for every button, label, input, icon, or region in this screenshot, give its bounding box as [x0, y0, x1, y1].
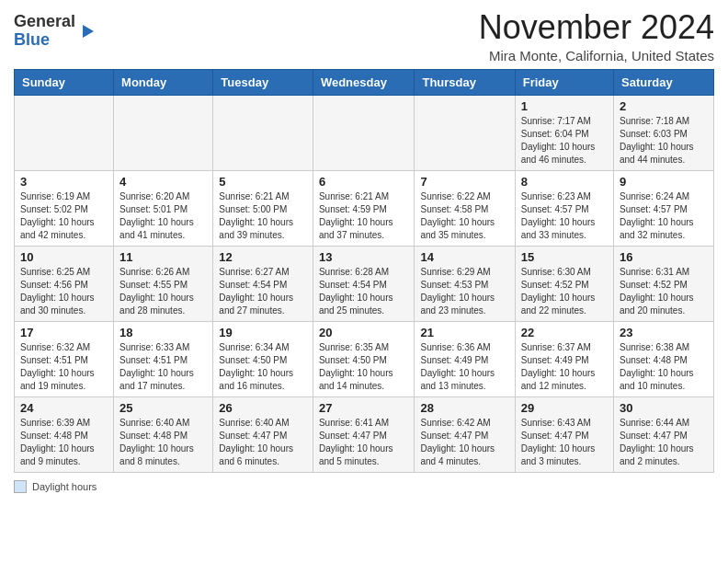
calendar-day-header: Tuesday: [213, 69, 313, 95]
calendar-week-row: 10Sunrise: 6:25 AM Sunset: 4:56 PM Dayli…: [15, 246, 714, 321]
day-info: Sunrise: 6:30 AM Sunset: 4:52 PM Dayligh…: [521, 266, 608, 317]
location: Mira Monte, California, United States: [479, 48, 714, 63]
day-number: 5: [219, 175, 307, 189]
calendar-cell: 16Sunrise: 6:31 AM Sunset: 4:52 PM Dayli…: [614, 246, 714, 321]
day-number: 15: [521, 250, 608, 264]
calendar-cell: 29Sunrise: 6:43 AM Sunset: 4:47 PM Dayli…: [515, 396, 613, 472]
calendar-cell: 20Sunrise: 6:35 AM Sunset: 4:50 PM Dayli…: [313, 321, 415, 396]
day-number: 11: [119, 250, 207, 264]
day-info: Sunrise: 6:43 AM Sunset: 4:47 PM Dayligh…: [521, 417, 608, 468]
day-info: Sunrise: 6:27 AM Sunset: 4:54 PM Dayligh…: [219, 266, 307, 317]
day-info: Sunrise: 7:17 AM Sunset: 6:04 PM Dayligh…: [521, 115, 608, 167]
day-info: Sunrise: 6:22 AM Sunset: 4:58 PM Dayligh…: [420, 190, 508, 242]
day-info: Sunrise: 6:21 AM Sunset: 4:59 PM Dayligh…: [319, 190, 409, 242]
calendar-cell: 5Sunrise: 6:21 AM Sunset: 5:00 PM Daylig…: [213, 170, 313, 246]
calendar-week-row: 17Sunrise: 6:32 AM Sunset: 4:51 PM Dayli…: [15, 321, 714, 396]
day-number: 20: [319, 326, 409, 339]
logo-icon: [77, 21, 97, 41]
calendar-cell: 24Sunrise: 6:39 AM Sunset: 4:48 PM Dayli…: [15, 396, 114, 472]
day-number: 26: [219, 401, 307, 415]
day-info: Sunrise: 6:44 AM Sunset: 4:47 PM Dayligh…: [620, 417, 708, 468]
calendar-day-header: Friday: [515, 69, 613, 95]
calendar-cell: 14Sunrise: 6:29 AM Sunset: 4:53 PM Dayli…: [415, 246, 515, 321]
calendar-cell: 28Sunrise: 6:42 AM Sunset: 4:47 PM Dayli…: [415, 396, 515, 472]
day-info: Sunrise: 6:24 AM Sunset: 4:57 PM Dayligh…: [620, 190, 708, 242]
calendar-cell: 22Sunrise: 6:37 AM Sunset: 4:49 PM Dayli…: [515, 321, 613, 396]
calendar-cell: 12Sunrise: 6:27 AM Sunset: 4:54 PM Dayli…: [213, 246, 313, 321]
day-info: Sunrise: 6:38 AM Sunset: 4:48 PM Dayligh…: [620, 341, 708, 393]
calendar-cell: [213, 95, 313, 170]
day-number: 18: [119, 326, 207, 339]
calendar-cell: 7Sunrise: 6:22 AM Sunset: 4:58 PM Daylig…: [415, 170, 515, 246]
month-title: November 2024: [479, 9, 714, 46]
calendar-cell: [114, 95, 213, 170]
calendar-cell: 19Sunrise: 6:34 AM Sunset: 4:50 PM Dayli…: [213, 321, 313, 396]
calendar-cell: 17Sunrise: 6:32 AM Sunset: 4:51 PM Dayli…: [15, 321, 114, 396]
calendar-cell: 4Sunrise: 6:20 AM Sunset: 5:01 PM Daylig…: [114, 170, 213, 246]
day-number: 24: [20, 401, 108, 415]
day-number: 6: [319, 175, 409, 189]
day-number: 16: [620, 250, 708, 264]
calendar-cell: 11Sunrise: 6:26 AM Sunset: 4:55 PM Dayli…: [114, 246, 213, 321]
day-info: Sunrise: 6:29 AM Sunset: 4:53 PM Dayligh…: [420, 266, 508, 317]
day-info: Sunrise: 6:32 AM Sunset: 4:51 PM Dayligh…: [20, 341, 108, 393]
day-info: Sunrise: 6:40 AM Sunset: 4:47 PM Dayligh…: [219, 417, 307, 468]
day-number: 23: [620, 326, 708, 339]
calendar-cell: 26Sunrise: 6:40 AM Sunset: 4:47 PM Dayli…: [213, 396, 313, 472]
logo-blue: Blue: [14, 30, 50, 49]
calendar-day-header: Saturday: [614, 69, 714, 95]
day-info: Sunrise: 6:19 AM Sunset: 5:02 PM Dayligh…: [20, 190, 108, 242]
calendar-day-header: Thursday: [415, 69, 515, 95]
day-number: 13: [319, 250, 409, 264]
day-info: Sunrise: 6:31 AM Sunset: 4:52 PM Dayligh…: [620, 266, 708, 317]
calendar-cell: 25Sunrise: 6:40 AM Sunset: 4:48 PM Dayli…: [114, 396, 213, 472]
day-info: Sunrise: 6:20 AM Sunset: 5:01 PM Dayligh…: [119, 190, 207, 242]
calendar-cell: 23Sunrise: 6:38 AM Sunset: 4:48 PM Dayli…: [614, 321, 714, 396]
calendar-cell: 30Sunrise: 6:44 AM Sunset: 4:47 PM Dayli…: [614, 396, 714, 472]
calendar-cell: 3Sunrise: 6:19 AM Sunset: 5:02 PM Daylig…: [15, 170, 114, 246]
calendar-header-row: SundayMondayTuesdayWednesdayThursdayFrid…: [15, 69, 714, 95]
day-info: Sunrise: 6:41 AM Sunset: 4:47 PM Dayligh…: [319, 417, 409, 468]
day-number: 27: [319, 401, 409, 415]
calendar-cell: 8Sunrise: 6:23 AM Sunset: 4:57 PM Daylig…: [515, 170, 613, 246]
day-number: 12: [219, 250, 307, 264]
day-number: 3: [20, 175, 108, 189]
svg-marker-0: [83, 25, 94, 38]
day-number: 22: [521, 326, 608, 339]
day-number: 7: [420, 175, 508, 189]
day-info: Sunrise: 6:21 AM Sunset: 5:00 PM Dayligh…: [219, 190, 307, 242]
day-info: Sunrise: 6:42 AM Sunset: 4:47 PM Dayligh…: [420, 417, 508, 468]
logo-general: General: [14, 12, 75, 30]
day-number: 29: [521, 401, 608, 415]
day-number: 28: [420, 401, 508, 415]
calendar-cell: [15, 95, 114, 170]
day-number: 9: [620, 175, 708, 189]
day-info: Sunrise: 6:28 AM Sunset: 4:54 PM Dayligh…: [319, 266, 409, 317]
page-header: General Blue November 2024 Mira Monte, C…: [14, 9, 714, 63]
day-number: 19: [219, 326, 307, 339]
calendar-cell: 10Sunrise: 6:25 AM Sunset: 4:56 PM Dayli…: [15, 246, 114, 321]
day-number: 21: [420, 326, 508, 339]
day-number: 2: [620, 99, 708, 113]
calendar-cell: [415, 95, 515, 170]
calendar-cell: 2Sunrise: 7:18 AM Sunset: 6:03 PM Daylig…: [614, 95, 714, 170]
calendar-day-header: Sunday: [15, 69, 114, 95]
calendar-cell: 18Sunrise: 6:33 AM Sunset: 4:51 PM Dayli…: [114, 321, 213, 396]
calendar-cell: 1Sunrise: 7:17 AM Sunset: 6:04 PM Daylig…: [515, 95, 613, 170]
day-number: 4: [119, 175, 207, 189]
legend-box: [14, 480, 27, 493]
day-info: Sunrise: 6:34 AM Sunset: 4:50 PM Dayligh…: [219, 341, 307, 393]
day-number: 10: [20, 250, 108, 264]
day-number: 8: [521, 175, 608, 189]
legend-label: Daylight hours: [32, 481, 97, 492]
calendar-cell: 9Sunrise: 6:24 AM Sunset: 4:57 PM Daylig…: [614, 170, 714, 246]
calendar-table: SundayMondayTuesdayWednesdayThursdayFrid…: [14, 69, 714, 473]
day-info: Sunrise: 6:25 AM Sunset: 4:56 PM Dayligh…: [20, 266, 108, 317]
calendar-day-header: Wednesday: [313, 69, 415, 95]
day-number: 25: [119, 401, 207, 415]
calendar-week-row: 1Sunrise: 7:17 AM Sunset: 6:04 PM Daylig…: [15, 95, 714, 170]
day-number: 30: [620, 401, 708, 415]
day-info: Sunrise: 6:33 AM Sunset: 4:51 PM Dayligh…: [119, 341, 207, 393]
title-block: November 2024 Mira Monte, California, Un…: [479, 9, 714, 63]
day-info: Sunrise: 6:36 AM Sunset: 4:49 PM Dayligh…: [420, 341, 508, 393]
